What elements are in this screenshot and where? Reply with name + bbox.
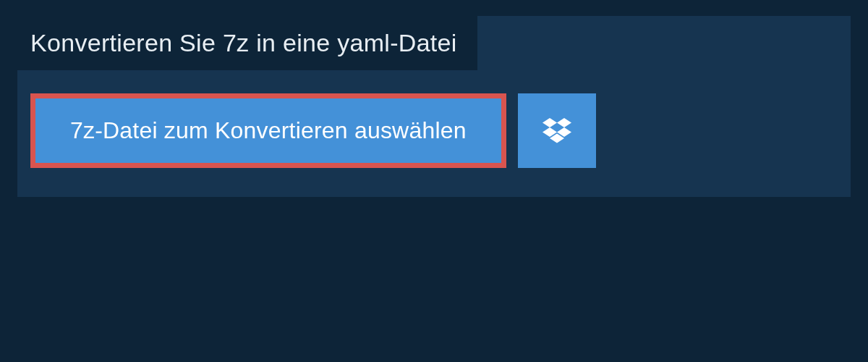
- heading-bar: Konvertieren Sie 7z in eine yaml-Datei: [17, 16, 477, 70]
- select-file-button[interactable]: 7z-Datei zum Konvertieren auswählen: [30, 93, 506, 168]
- button-row: 7z-Datei zum Konvertieren auswählen: [17, 70, 851, 168]
- converter-panel: Konvertieren Sie 7z in eine yaml-Datei 7…: [17, 16, 851, 197]
- dropbox-icon: [542, 118, 571, 144]
- select-file-label: 7z-Datei zum Konvertieren auswählen: [70, 117, 467, 144]
- page-title: Konvertieren Sie 7z in eine yaml-Datei: [30, 29, 457, 57]
- dropbox-button[interactable]: [518, 93, 596, 168]
